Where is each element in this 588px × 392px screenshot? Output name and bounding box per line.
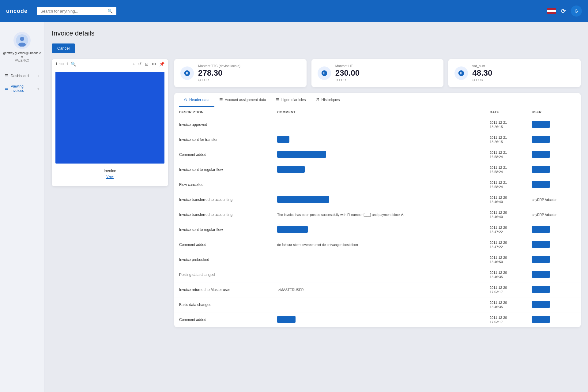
table-row: Posting data changed2011-12-20 13:46:35 bbox=[174, 267, 581, 282]
cell-comment: de faktuur stemt overeen met de ontvange… bbox=[272, 237, 485, 252]
app-logo: uncode bbox=[6, 8, 28, 14]
col-date: DATE bbox=[485, 107, 527, 117]
tab-icon-account: ☰ bbox=[219, 97, 223, 102]
sidebar-label-invoices: Viewing invoices bbox=[11, 84, 37, 93]
col-comment: COMMENT bbox=[272, 107, 485, 117]
table-row: Invoice sent to regular flow2011-12-21 1… bbox=[174, 162, 581, 177]
cell-date: 2011-12-20 17:03:17 bbox=[485, 282, 527, 297]
tab-historiques[interactable]: ⏱ Historiques bbox=[311, 93, 345, 107]
cell-comment bbox=[272, 162, 485, 177]
top-navigation: uncode 🔍 ⟳ G bbox=[0, 0, 588, 22]
right-panel: Montant TTC (devise locale) 278.30 ⊙ EUR… bbox=[174, 59, 581, 327]
table-row: Comment added2011-12-20 17:03:17 bbox=[174, 312, 581, 327]
comment-badge bbox=[277, 316, 296, 323]
sidebar-item-dashboard[interactable]: ☰ Dashboard › bbox=[0, 71, 44, 81]
cell-comment bbox=[272, 117, 485, 132]
user-badge bbox=[532, 181, 550, 188]
tab-header-data[interactable]: ⊙ Header data bbox=[179, 93, 214, 107]
tab-ligne-articles[interactable]: ☰ Ligne d'articles bbox=[271, 93, 311, 107]
table-row: Invoice transferred to accountingThe inv… bbox=[174, 207, 581, 222]
search-bar[interactable]: 🔍 bbox=[37, 7, 116, 15]
cell-comment bbox=[272, 312, 485, 327]
pdf-viewer: 1 sur 1 🔍 − + ↺ ⊡ ••• 📌 bbox=[52, 59, 168, 186]
cell-comment bbox=[272, 297, 485, 312]
tab-icon-historiques: ⏱ bbox=[315, 97, 319, 102]
user-badge bbox=[532, 166, 550, 173]
cell-date: 2011-12-20 13:46:35 bbox=[485, 297, 527, 312]
page-total: 1 bbox=[66, 62, 68, 66]
user-badge bbox=[532, 256, 550, 263]
table-row: Invoice prebooked2011-12-20 13:46:50 bbox=[174, 252, 581, 267]
pdf-toolbar: 1 sur 1 🔍 − + ↺ ⊡ ••• 📌 bbox=[52, 59, 168, 69]
view-link[interactable]: View bbox=[106, 175, 114, 179]
page-title: Invoice details bbox=[52, 29, 581, 37]
zoom-out-icon[interactable]: − bbox=[127, 62, 130, 66]
card-currency-vat: ⊙ EUR bbox=[472, 78, 492, 82]
tab-icon-ligne: ☰ bbox=[276, 97, 280, 102]
user-profile: geoffrey.guerrier@uncode.co VALENKO bbox=[0, 28, 44, 68]
tab-icon-header: ⊙ bbox=[184, 97, 187, 102]
cell-description: Invoice sent for transfer bbox=[174, 132, 272, 147]
table-row: Basic data changed2011-12-20 13:46:35 bbox=[174, 297, 581, 312]
cell-description: Invoice sent to regular flow bbox=[174, 162, 272, 177]
user-badge bbox=[532, 316, 550, 323]
sidebar-item-viewing-invoices[interactable]: ☰ Viewing invoices ∨ bbox=[0, 81, 44, 96]
tab-label-account: Account assignment data bbox=[225, 98, 266, 102]
detail-panel: ⊙ Header data ☰ Account assignment data … bbox=[174, 93, 581, 327]
cell-date: 2011-12-21 16:58:24 bbox=[485, 162, 527, 177]
refresh-icon[interactable]: ⟳ bbox=[561, 7, 566, 15]
cell-description: Basic data changed bbox=[174, 297, 272, 312]
zoom-in-icon[interactable]: + bbox=[133, 62, 135, 66]
fullscreen-icon[interactable]: ⊡ bbox=[145, 62, 149, 66]
user-email: geoffrey.guerrier@uncode.co bbox=[2, 51, 42, 58]
flag-icon[interactable] bbox=[547, 8, 556, 14]
card-content-vat: vat_sum 48.30 ⊙ EUR bbox=[472, 64, 492, 82]
table-body: Invoice approved2011-12-21 18:26:15Invoi… bbox=[174, 117, 581, 327]
cell-date: 2011-12-20 13:47:22 bbox=[485, 237, 527, 252]
cell-user bbox=[527, 117, 581, 132]
user-avatar-nav[interactable]: G bbox=[571, 6, 582, 17]
pdf-toolbar-icons: − + ↺ ⊡ ••• 📌 bbox=[127, 62, 164, 66]
table-row: Flow cancelled2011-12-21 16:58:24 bbox=[174, 177, 581, 192]
invoices-icon: ☰ bbox=[5, 86, 8, 91]
comment-badge bbox=[277, 151, 326, 158]
card-icon-ht bbox=[318, 66, 331, 80]
card-content-ttc: Montant TTC (devise locale) 278.30 ⊙ EUR bbox=[198, 64, 240, 82]
user-badge bbox=[532, 241, 550, 248]
cell-date: 2011-12-20 13:46:40 bbox=[485, 192, 527, 207]
cell-comment bbox=[272, 177, 485, 192]
page-sep: sur bbox=[59, 62, 65, 66]
tab-label-ligne: Ligne d'articles bbox=[281, 98, 306, 102]
cell-description: Comment added bbox=[174, 312, 272, 327]
more-icon[interactable]: ••• bbox=[152, 62, 156, 66]
sidebar: geoffrey.guerrier@uncode.co VALENKO ☰ Da… bbox=[0, 22, 44, 392]
nav-right: ⟳ G bbox=[547, 6, 582, 17]
card-vat: vat_sum 48.30 ⊙ EUR bbox=[448, 59, 581, 87]
cell-description: Posting data changed bbox=[174, 267, 272, 282]
user-badge bbox=[532, 301, 550, 308]
pin-icon[interactable]: 📌 bbox=[159, 62, 164, 66]
tab-account-assignment[interactable]: ☰ Account assignment data bbox=[214, 93, 271, 107]
cell-date: 2011-12-21 18:26:15 bbox=[485, 117, 527, 132]
cancel-button[interactable]: Cancel bbox=[52, 43, 75, 53]
card-value-ttc: 278.30 bbox=[198, 69, 240, 77]
tab-label-historiques: Historiques bbox=[321, 98, 340, 102]
zoom-search-icon[interactable]: 🔍 bbox=[71, 62, 76, 66]
card-label-vat: vat_sum bbox=[472, 64, 492, 68]
search-input[interactable] bbox=[40, 9, 105, 13]
cell-user bbox=[527, 252, 581, 267]
cell-user bbox=[527, 177, 581, 192]
user-badge bbox=[532, 136, 550, 143]
card-currency-ht: ⊙ EUR bbox=[335, 78, 360, 82]
page-current: 1 bbox=[55, 62, 58, 66]
cell-date: 2011-12-20 13:46:35 bbox=[485, 267, 527, 282]
cell-comment bbox=[272, 267, 485, 282]
cell-description: Invoice transferred to accounting bbox=[174, 207, 272, 222]
card-ht: Montant HT 230.00 ⊙ EUR bbox=[311, 59, 444, 87]
rotate-icon[interactable]: ↺ bbox=[138, 62, 142, 66]
user-company: VALENKO bbox=[15, 59, 29, 62]
user-badge bbox=[532, 121, 550, 128]
cell-description: Invoice approved bbox=[174, 117, 272, 132]
cell-user bbox=[527, 267, 581, 282]
comment-badge bbox=[277, 226, 308, 233]
